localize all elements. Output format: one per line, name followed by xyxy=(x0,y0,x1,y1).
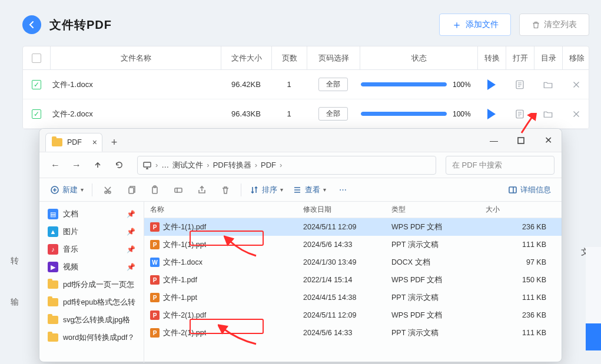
close-tab-button[interactable]: × xyxy=(92,138,97,147)
page-count: 1 xyxy=(271,99,307,128)
sidebar-item[interactable]: svg怎么转换成jpg格 xyxy=(43,311,141,329)
file-row[interactable]: P文件-1(1).pdf2024/5/11 12:09WPS PDF 文档236… xyxy=(144,218,562,236)
sidebar-item[interactable]: ▲图片📌 xyxy=(43,223,141,241)
pdf-file-icon: P xyxy=(150,275,160,285)
rename-button[interactable] xyxy=(168,181,189,199)
clear-list-button[interactable]: 清空列表 xyxy=(519,14,589,36)
convert-button[interactable] xyxy=(487,109,496,119)
explorer-sidebar[interactable]: ▤文档📌▲图片📌♪音乐📌▶视频📌pdf拆分成一页一页怎pdf转epub格式怎么转… xyxy=(39,202,144,363)
sidebar-label: pdf拆分成一页一页怎 xyxy=(63,280,134,290)
new-button[interactable]: 新建▾ xyxy=(47,181,87,199)
share-button[interactable] xyxy=(191,181,212,199)
crumb-2[interactable]: PDF xyxy=(261,161,276,169)
folder-icon xyxy=(52,138,62,146)
pic-icon: ▲ xyxy=(48,226,58,237)
col-dir: 目录 xyxy=(534,46,562,69)
folder-icon xyxy=(48,333,58,342)
remove-row-button[interactable] xyxy=(571,109,582,119)
sidebar-item[interactable]: ▤文档📌 xyxy=(43,205,141,223)
nav-back-button[interactable]: ← xyxy=(47,156,64,174)
converter-app: 文件转PDF ＋ 添加文件 清空列表 文件名称 文件大小 页数 页码选择 状态 … xyxy=(22,8,589,129)
vid-icon: ▶ xyxy=(48,262,58,272)
sidebar-label: word如何转换成pdf？ xyxy=(63,333,135,343)
mus-icon: ♪ xyxy=(48,244,58,255)
file-list[interactable]: P文件-1(1).pdf2024/5/11 12:09WPS PDF 文档236… xyxy=(144,218,562,363)
sidebar-item[interactable]: ♪音乐📌 xyxy=(43,241,141,258)
crumb-0[interactable]: 测试文件 xyxy=(172,160,203,171)
col-remove: 移除 xyxy=(562,46,590,69)
monitor-icon xyxy=(142,161,152,170)
pin-icon: 📌 xyxy=(127,245,135,253)
svg-rect-3 xyxy=(144,162,151,167)
folder-icon xyxy=(48,280,58,289)
page-select-button[interactable]: 全部 xyxy=(318,78,348,91)
convert-button[interactable] xyxy=(487,79,496,90)
open-file-button[interactable] xyxy=(514,79,525,90)
search-input[interactable]: 在 PDF 中搜索 xyxy=(446,156,554,175)
background-panel-labels: 转 输 xyxy=(11,247,19,315)
pin-icon: 📌 xyxy=(127,228,135,236)
delete-button[interactable] xyxy=(215,181,236,199)
file-row[interactable]: P文件-1.pdf2022/1/4 15:14WPS PDF 文档150 KB xyxy=(144,271,562,289)
address-bar[interactable]: › … 测试文件› PDF转换器› PDF› xyxy=(137,156,436,175)
window-close-button[interactable]: ✕ xyxy=(534,129,562,152)
new-tab-button[interactable]: + xyxy=(106,134,122,151)
crumb-1[interactable]: PDF转换器 xyxy=(213,160,251,171)
table-row[interactable]: 文件-1.docx96.42KB1全部100% xyxy=(23,70,589,99)
open-folder-button[interactable] xyxy=(543,79,553,90)
page-select-button[interactable]: 全部 xyxy=(318,107,348,121)
file-list-header[interactable]: 名称 修改日期 类型 大小 xyxy=(144,202,562,218)
svg-rect-11 xyxy=(509,187,516,193)
progress-bar: 100% xyxy=(360,81,477,89)
paste-button[interactable] xyxy=(144,181,165,199)
explorer-titlebar[interactable]: PDF × + — ✕ xyxy=(39,129,562,152)
sidebar-label: pdf转epub格式怎么转 xyxy=(63,298,135,308)
crumb-ellipsis[interactable]: … xyxy=(161,161,169,169)
file-row[interactable]: P文件-2(1).ppt2024/5/6 14:33PPT 演示文稿111 KB xyxy=(144,324,562,342)
row-checkbox[interactable] xyxy=(32,80,41,89)
explorer-tab[interactable]: PDF × xyxy=(45,133,102,152)
row-checkbox[interactable] xyxy=(32,109,41,119)
pin-icon: 📌 xyxy=(127,263,135,271)
details-pane-button[interactable]: 详细信息 xyxy=(504,181,554,199)
nav-up-button[interactable] xyxy=(89,156,107,174)
select-all-checkbox[interactable] xyxy=(32,54,41,63)
table-row[interactable]: 文件-2.docx96.43KB1全部100% xyxy=(23,99,589,129)
cut-button[interactable] xyxy=(97,181,118,199)
progress-bar: 100% xyxy=(360,110,477,118)
open-folder-button[interactable] xyxy=(543,109,553,119)
file-table: 文件名称 文件大小 页数 页码选择 状态 转换 打开 目录 移除 文件-1.do… xyxy=(22,46,589,129)
doc-file-icon: W xyxy=(150,258,160,267)
copy-button[interactable] xyxy=(121,181,142,199)
sidebar-item[interactable]: ▶视频📌 xyxy=(43,258,141,276)
sidebar-item[interactable]: word如何转换成pdf？ xyxy=(43,329,141,346)
sidebar-label: svg怎么转换成jpg格 xyxy=(63,315,130,325)
explorer-toolbar: 新建▾ 排序▾ 查看▾ ⋯ 详细信息 xyxy=(39,178,562,202)
open-file-button[interactable] xyxy=(514,109,525,119)
file-row[interactable]: P文件-1(1).ppt2024/5/6 14:33PPT 演示文稿111 KB xyxy=(144,236,562,253)
pin-icon: 📌 xyxy=(127,210,135,218)
nav-forward-button[interactable]: → xyxy=(68,156,85,174)
background-right-strip xyxy=(586,247,601,335)
file-row[interactable]: W文件-1.docx2024/1/30 13:49DOCX 文档97 KB xyxy=(144,253,562,271)
background-blue-button[interactable] xyxy=(586,323,601,350)
file-explorer-window: PDF × + — ✕ ← → › … 测试文件› PDF转换器› PDF› 在… xyxy=(39,128,562,362)
sort-button[interactable]: 排序▾ xyxy=(246,181,287,199)
sidebar-item[interactable]: pdf拆分成一页一页怎 xyxy=(43,276,141,293)
sidebar-item[interactable]: pdf转epub格式怎么转 xyxy=(43,293,141,311)
back-button[interactable] xyxy=(22,15,41,34)
ppt-file-icon: P xyxy=(150,240,160,249)
more-button[interactable]: ⋯ xyxy=(332,181,353,199)
view-button[interactable]: 查看▾ xyxy=(289,181,330,199)
col-pages: 页数 xyxy=(271,46,307,69)
maximize-button[interactable] xyxy=(507,129,534,152)
file-row[interactable]: P文件-1.ppt2024/4/15 14:38PPT 演示文稿111 KB xyxy=(144,289,562,306)
minimize-button[interactable]: — xyxy=(480,129,507,152)
nav-refresh-button[interactable] xyxy=(110,156,128,174)
ppt-file-icon: P xyxy=(150,293,160,302)
add-file-button[interactable]: ＋ 添加文件 xyxy=(439,14,511,36)
col-convert: 转换 xyxy=(477,46,506,69)
tab-title: PDF xyxy=(67,138,82,146)
file-row[interactable]: P文件-2(1).pdf2024/5/11 12:09WPS PDF 文档236… xyxy=(144,306,562,324)
remove-row-button[interactable] xyxy=(571,79,582,90)
